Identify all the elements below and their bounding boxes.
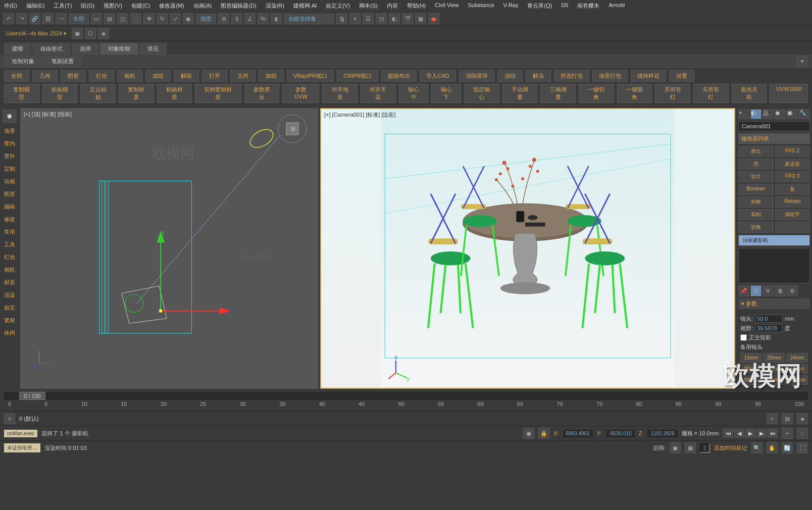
play-icon[interactable]: ▶ <box>745 429 755 438</box>
sbtn-ungroup[interactable]: 解组 <box>174 70 199 82</box>
sbtn-measure[interactable]: 手动测量 <box>502 84 538 103</box>
side-asset[interactable]: 素材 <box>4 316 15 325</box>
lens-35[interactable]: 35mm <box>764 364 785 374</box>
filter-dropdown[interactable]: 全部 <box>69 14 89 24</box>
side-camera[interactable]: 相机 <box>4 265 15 275</box>
graphite-icon[interactable]: ◈ <box>98 28 109 39</box>
render-icon[interactable]: 🫖 <box>428 13 439 24</box>
subtab-brush[interactable]: 笔刷设置 <box>43 56 82 67</box>
sbtn-fillet[interactable]: 一键圆角 <box>617 84 652 103</box>
sbtn-camera[interactable]: 相机 <box>117 70 142 82</box>
mod-lathe[interactable]: 车削 <box>738 209 774 220</box>
sbtn-copymat[interactable]: 复制材质 <box>119 84 154 103</box>
lens-28[interactable]: 28mm <box>740 364 762 374</box>
menu-custom[interactable]: 自定义(V) <box>326 2 350 10</box>
select-region-icon[interactable]: ◫ <box>117 13 128 24</box>
menu-file[interactable]: 件(E) <box>4 2 17 10</box>
sbtn-lightson[interactable]: 开所有灯 <box>655 84 690 103</box>
sbtn-splineconv[interactable]: 线转样花 <box>631 70 666 82</box>
menu-civil[interactable]: Civil View <box>435 2 459 10</box>
fov-input[interactable] <box>755 324 783 332</box>
side-render[interactable]: 渲染 <box>4 290 15 300</box>
undo-icon[interactable]: ↶ <box>3 13 14 24</box>
sbtn-settings[interactable]: 设置 <box>669 70 694 82</box>
sbtn-open[interactable]: 打开 <box>202 70 227 82</box>
menu-script[interactable]: 脚本(S) <box>359 2 378 10</box>
nav-pan-icon[interactable]: ✋ <box>767 442 778 453</box>
sbtn-vrayipr[interactable]: VRayIPR视口 <box>287 70 334 82</box>
tab-object-paint[interactable]: 对象绘制 <box>100 43 138 55</box>
link-icon[interactable]: 🔗 <box>29 13 40 24</box>
sbtn-packsel[interactable]: 所选打包 <box>554 70 589 82</box>
sbtn-lightsoff[interactable]: 关所有灯 <box>693 84 729 103</box>
sbtn-packscene[interactable]: 场景打包 <box>592 70 628 82</box>
configure-icon[interactable]: ⚙ <box>787 285 798 296</box>
pin-stack-icon[interactable]: 📌 <box>738 285 749 296</box>
spinner-snap-icon[interactable]: ⧗ <box>271 13 282 24</box>
side-shape[interactable]: 图形 <box>4 189 15 199</box>
mod-chamfer[interactable]: 切角 <box>738 222 774 233</box>
menu-d5[interactable]: D5 <box>561 2 568 10</box>
subtab-paint-obj[interactable]: 绘制对象 <box>4 56 42 67</box>
place-icon[interactable]: ◉ <box>183 13 194 24</box>
sbtn-clear[interactable]: 清除缓存 <box>459 70 494 82</box>
layers-icon[interactable]: ☰ <box>363 13 374 24</box>
lens-200[interactable]: 200mm <box>786 375 808 385</box>
sbtn-cripr[interactable]: CRIPR视口 <box>337 70 378 82</box>
bind-icon[interactable]: 〰 <box>56 13 67 24</box>
sbtn-instcopy[interactable]: 实例复制材质 <box>195 84 241 103</box>
menu-content[interactable]: 内容 <box>387 2 398 10</box>
time-ruler[interactable]: 0510152025303540455055606570758085909510… <box>4 400 808 409</box>
modify-tab-icon[interactable]: ◐ <box>750 109 762 119</box>
mod-symmetry[interactable]: 对称 <box>738 196 774 208</box>
mod-fu[interactable]: 复 <box>775 184 810 195</box>
enable-1-icon[interactable]: ▣ <box>670 442 681 453</box>
sbtn-addgroup[interactable]: 加组 <box>259 70 284 82</box>
remove-mod-icon[interactable]: 🗑 <box>775 285 786 296</box>
menu-edit[interactable]: 编辑(E) <box>26 2 45 10</box>
lens-15[interactable]: 15mm <box>740 353 762 363</box>
sbtn-uvw1000[interactable]: UVW1000 <box>770 84 808 103</box>
sbtn-pastemat[interactable]: 粘贴材质 <box>157 84 192 103</box>
path-bar[interactable]: Users\A···ds Max 2024 ▾ <box>3 29 70 38</box>
workspace-icon[interactable]: ▣ <box>72 28 83 39</box>
coord-icon[interactable]: ⊕ <box>218 13 229 24</box>
prompt-field[interactable]: 未证你依所… <box>4 443 40 452</box>
snap-icon[interactable]: § <box>231 13 242 24</box>
side-edit[interactable]: 编辑 <box>4 202 15 212</box>
tab-modeling[interactable]: 建模 <box>4 43 31 55</box>
select-icon[interactable]: ▭ <box>91 13 102 24</box>
menu-substance[interactable]: Substance <box>468 2 494 10</box>
isolate-icon[interactable]: ▣ <box>523 428 534 439</box>
tab-populate[interactable]: 填充 <box>139 43 167 55</box>
layer-name[interactable]: 0 (默认) <box>19 415 39 423</box>
selection-set-dropdown[interactable]: 创建选择集 <box>284 14 334 24</box>
material-icon[interactable]: ◐ <box>389 13 400 24</box>
menu-qyk[interactable]: 青云库(Q) <box>527 2 552 10</box>
lens-20[interactable]: 20mm <box>764 353 785 363</box>
select-name-icon[interactable]: ▤ <box>104 13 115 24</box>
sbtn-alignceiling[interactable]: 对齐天花 <box>361 84 396 103</box>
params-rollout[interactable]: ▾ 参数 <box>738 298 810 309</box>
menu-vray[interactable]: V-Ray <box>503 2 519 10</box>
display-tab-icon[interactable]: ▣ <box>787 109 798 119</box>
menu-group[interactable]: 组(G) <box>81 2 94 10</box>
menu-create[interactable]: 创建(C) <box>131 2 150 10</box>
hierarchy-tab-icon[interactable]: 品 <box>763 109 774 119</box>
side-interior[interactable]: 室内 <box>4 139 15 148</box>
mod-ffd3[interactable]: FFD 3 <box>775 171 810 182</box>
sbtn-freeze[interactable]: 冻结 <box>497 70 523 82</box>
menu-anim[interactable]: 动画(A) <box>193 2 212 10</box>
sbtn-alignfloor[interactable]: 对齐地面 <box>322 84 358 103</box>
modifier-stack-area[interactable] <box>738 248 810 283</box>
next-frame-icon[interactable]: ▶ <box>756 429 767 438</box>
window-icon[interactable]: ⬚ <box>130 13 141 24</box>
make-unique-icon[interactable]: ∀ <box>763 285 774 296</box>
time-handle[interactable]: 0 / 100 <box>19 392 45 400</box>
sbtn-group[interactable]: 成组 <box>145 70 171 82</box>
object-name-field[interactable] <box>738 121 810 131</box>
script-listener[interactable]: onMan.exec <box>4 430 37 437</box>
sbtn-bool[interactable]: 超级布尔 <box>381 70 417 82</box>
poly-icon[interactable]: ⬡ <box>85 28 96 39</box>
coord-dropdown[interactable]: 视图 <box>196 14 216 24</box>
